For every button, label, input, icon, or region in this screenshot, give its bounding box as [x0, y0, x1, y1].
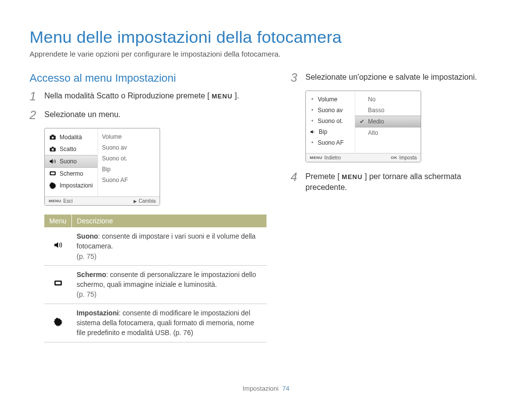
- check-icon: ✔: [359, 118, 365, 125]
- step-2-text: Selezionate un menu.: [44, 109, 267, 120]
- table-row: Schermo: consente di personalizzare le i…: [44, 265, 267, 304]
- svg-point-2: [52, 137, 54, 139]
- submenu-suono-ot[interactable]: Suono ot.: [98, 153, 160, 164]
- footer-esci: Esci: [64, 198, 73, 204]
- submenu-suono-av[interactable]: Suono av: [98, 142, 160, 153]
- cell-desc-schermo: Schermo: consente di personalizzare le i…: [72, 265, 267, 304]
- step-1-text: Nella modalità Scatto o Riproduzione pre…: [44, 91, 267, 101]
- cell-icon-schermo: [44, 265, 72, 304]
- menu-item-scatto[interactable]: Scatto: [45, 143, 98, 155]
- step-4: 4 Premete [ MENU ] per tornare alla sche…: [291, 171, 502, 193]
- camera-icon: [49, 145, 57, 153]
- cell-icon-impostazioni: [44, 304, 72, 342]
- step-number: 4: [291, 171, 305, 183]
- step-number: 2: [30, 109, 44, 121]
- footer-cambia: Cambia: [139, 198, 156, 204]
- camera-screenshot-option: • Volume • Suono av • Suono ot. Bip: [305, 91, 421, 162]
- gear-icon: [53, 317, 63, 327]
- footer-indietro: Indietro: [325, 155, 341, 160]
- submenu-suono-af[interactable]: Suono AF: [98, 175, 160, 185]
- triangle-right-icon: ▶: [133, 199, 137, 204]
- menu-item-modalita[interactable]: Modalità: [45, 131, 98, 143]
- speaker-icon: [310, 129, 316, 135]
- bullet-icon: •: [310, 96, 315, 103]
- submenu-volume[interactable]: • Volume: [306, 94, 355, 105]
- step-2: 2 Selezionate un menu.: [30, 109, 267, 121]
- speaker-icon: [49, 157, 57, 165]
- option-no[interactable]: No: [355, 94, 421, 105]
- bullet-icon: •: [310, 118, 315, 124]
- svg-rect-5: [52, 147, 54, 148]
- ok-tag: OK: [391, 155, 397, 160]
- step-3-text: Selezionate un'opzione e salvate le impo…: [305, 72, 502, 83]
- page-title: Menu delle impostazioni della fotocamera: [30, 28, 502, 47]
- footer-imposta: Imposta: [399, 155, 417, 160]
- page-footer: Impostazioni 74: [0, 385, 532, 392]
- section-title: Accesso al menu Impostazioni: [30, 72, 267, 85]
- step-number: 1: [30, 91, 44, 102]
- step-1: 1 Nella modalità Scatto o Riproduzione p…: [30, 91, 267, 102]
- left-column: Accesso al menu Impostazioni 1 Nella mod…: [30, 72, 267, 342]
- option-medio[interactable]: ✔ Medio: [355, 116, 421, 127]
- option-basso[interactable]: Basso: [355, 105, 421, 116]
- bullet-icon: •: [310, 107, 315, 114]
- th-descrizione: Descrizione: [72, 215, 267, 227]
- submenu-suono-af[interactable]: • Suono AF: [306, 137, 355, 148]
- menu-list-left: Modalità Scatto Suono Schermo: [45, 128, 98, 196]
- option-list-right: No Basso ✔ Medio Alto: [355, 91, 421, 153]
- camera-footer: MENU Indietro OK Imposta: [306, 153, 421, 162]
- svg-rect-10: [56, 281, 61, 284]
- submenu-volume[interactable]: Volume: [98, 131, 160, 142]
- step-3: 3 Selezionate un'opzione e salvate le im…: [291, 72, 502, 84]
- menu-label: MENU: [212, 92, 233, 101]
- menu-item-impostazioni[interactable]: Impostazioni: [45, 180, 98, 191]
- submenu-suono-ot[interactable]: • Suono ot.: [306, 116, 355, 126]
- table-row: Suono: consente di impostare i vari suon…: [44, 227, 267, 265]
- page-lead: Apprendete le varie opzioni per configur…: [30, 50, 502, 58]
- speaker-icon: [53, 240, 63, 250]
- menu-tag: MENU: [310, 155, 323, 160]
- svg-rect-1: [51, 135, 54, 136]
- submenu-bip[interactable]: Bip: [306, 126, 355, 137]
- cell-desc-impostazioni: Impostazioni: consente di modificare le …: [72, 304, 267, 342]
- camera-footer: MENU Esci ▶ Cambia: [45, 196, 160, 205]
- bullet-icon: •: [310, 139, 315, 146]
- camera-mode-icon: [49, 133, 57, 141]
- menu-description-table: Menu Descrizione Suono: consente di impo…: [44, 215, 267, 342]
- menu-label: MENU: [342, 173, 363, 182]
- option-list-left: • Volume • Suono av • Suono ot. Bip: [306, 91, 355, 153]
- th-menu: Menu: [44, 215, 72, 227]
- submenu-bip[interactable]: Bip: [98, 164, 160, 175]
- step-number: 3: [291, 72, 305, 84]
- menu-item-schermo[interactable]: Schermo: [45, 168, 98, 180]
- cell-icon-suono: [44, 227, 72, 265]
- menu-tag: MENU: [49, 199, 62, 203]
- camera-screenshot-menu: Modalità Scatto Suono Schermo: [44, 128, 160, 206]
- svg-point-4: [52, 149, 54, 151]
- gear-icon: [49, 182, 57, 189]
- right-column: 3 Selezionate un'opzione e salvate le im…: [291, 72, 502, 342]
- menu-list-right: Volume Suono av Suono ot. Bip Suono AF: [98, 128, 160, 196]
- display-icon: [49, 170, 57, 178]
- menu-item-suono[interactable]: Suono: [45, 155, 98, 168]
- cell-desc-suono: Suono: consente di impostare i vari suon…: [72, 227, 267, 265]
- step-4-text: Premete [ MENU ] per tornare alla scherm…: [305, 171, 502, 193]
- table-row: Impostazioni: consente di modificare le …: [44, 304, 267, 342]
- svg-rect-7: [51, 172, 55, 174]
- footer-page-number: 74: [282, 385, 289, 392]
- option-alto[interactable]: Alto: [355, 127, 421, 138]
- footer-section: Impostazioni: [242, 385, 278, 392]
- submenu-suono-av[interactable]: • Suono av: [306, 105, 355, 116]
- display-icon: [53, 278, 63, 288]
